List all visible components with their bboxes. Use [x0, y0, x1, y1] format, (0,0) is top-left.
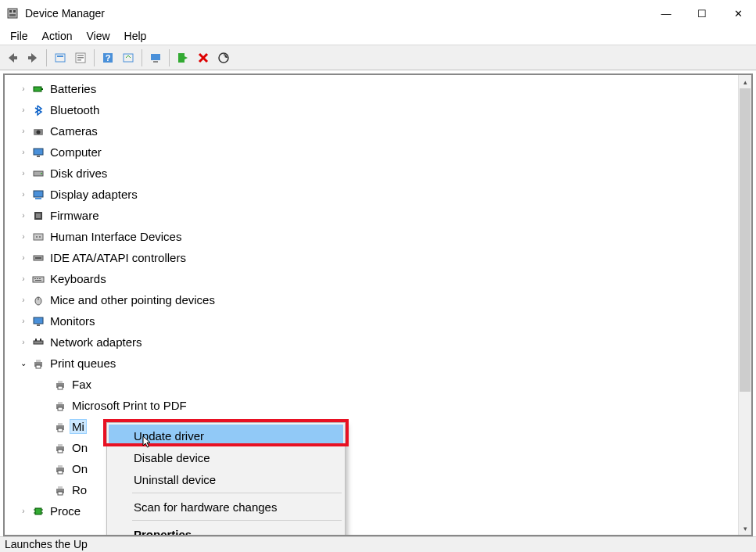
- node-label: Bluetooth: [50, 103, 99, 116]
- help-button[interactable]: ?: [99, 48, 117, 67]
- tree-node-ms-print-pdf[interactable]: Microsoft Print to PDF: [5, 395, 738, 416]
- tree-node-batteries[interactable]: › Batteries: [5, 78, 738, 99]
- close-button[interactable]: ✕: [720, 0, 756, 27]
- svg-rect-57: [58, 428, 63, 432]
- ctx-uninstall-device[interactable]: Uninstall device: [109, 468, 343, 490]
- tree-node-cameras[interactable]: › Cameras: [5, 120, 738, 142]
- svg-text:?: ?: [106, 53, 111, 63]
- node-label: Batteries: [50, 82, 96, 95]
- svg-rect-42: [37, 324, 40, 326]
- tree-node-monitors[interactable]: › Monitors: [5, 310, 738, 332]
- expander-icon[interactable]: ›: [19, 507, 28, 515]
- svg-rect-14: [153, 61, 158, 63]
- tree-node-keyboards[interactable]: › Keyboards: [5, 268, 738, 289]
- expander-icon[interactable]: ›: [19, 106, 28, 114]
- ctx-label: Disable device: [134, 451, 210, 464]
- tree-node-hid[interactable]: › Human Interface Devices: [5, 226, 738, 247]
- tree-node-firmware[interactable]: › Firmware: [5, 205, 738, 226]
- expander-icon[interactable]: ›: [19, 274, 28, 283]
- app-icon: [6, 7, 19, 20]
- expander-icon[interactable]: ›: [19, 190, 28, 199]
- svg-rect-66: [58, 492, 63, 495]
- printer-icon: [53, 399, 67, 413]
- node-label: On: [72, 441, 88, 454]
- scroll-thumb[interactable]: [740, 88, 751, 392]
- expander-icon[interactable]: ›: [19, 317, 28, 325]
- ctx-properties[interactable]: Properties: [109, 523, 343, 535]
- svg-rect-7: [77, 55, 84, 56]
- vertical-scrollbar[interactable]: ▴ ▾: [738, 75, 751, 535]
- node-label: On: [72, 462, 88, 475]
- expander-icon[interactable]: ›: [19, 338, 28, 346]
- scroll-track[interactable]: [739, 88, 751, 522]
- display-adapter-icon: [31, 188, 45, 202]
- toolbar: ?: [0, 45, 756, 70]
- forward-button[interactable]: [23, 48, 42, 67]
- svg-rect-4: [56, 54, 65, 62]
- svg-rect-1: [9, 10, 12, 13]
- expander-icon[interactable]: ›: [19, 253, 28, 262]
- status-text: Launches the Up: [5, 538, 88, 550]
- tree-node-fax[interactable]: Fax: [5, 374, 738, 395]
- ctx-label: Properties: [134, 528, 192, 536]
- expander-icon[interactable]: ›: [19, 148, 28, 156]
- svg-rect-3: [9, 14, 16, 16]
- svg-rect-18: [41, 88, 43, 90]
- menu-help[interactable]: Help: [117, 27, 154, 45]
- device-tree[interactable]: › Batteries › Bluetooth › Cameras ›: [5, 75, 738, 535]
- menu-file[interactable]: File: [3, 27, 35, 45]
- show-hidden-button[interactable]: [51, 48, 70, 67]
- tree-node-bluetooth[interactable]: › Bluetooth: [5, 99, 738, 120]
- update-driver-button[interactable]: [174, 48, 192, 67]
- ctx-label: Update driver: [134, 429, 204, 443]
- svg-rect-34: [33, 277, 44, 282]
- tree-node-mice[interactable]: › Mice and other pointing devices: [5, 289, 738, 310]
- back-button[interactable]: [3, 48, 22, 67]
- expander-icon[interactable]: ›: [19, 169, 28, 177]
- computer-scan-button[interactable]: [146, 48, 165, 67]
- expander-icon[interactable]: ›: [19, 296, 28, 304]
- mouse-icon: [31, 293, 45, 307]
- tree-node-display-adapters[interactable]: › Display adapters: [5, 184, 738, 205]
- ctx-separator: [132, 520, 342, 521]
- expander-icon[interactable]: ›: [19, 127, 28, 135]
- tree-node-ide[interactable]: › IDE ATA/ATAPI controllers: [5, 247, 738, 268]
- expander-icon[interactable]: ›: [19, 84, 28, 93]
- camera-icon: [31, 124, 45, 138]
- menu-action[interactable]: Action: [35, 27, 80, 45]
- printer-icon: [53, 441, 67, 455]
- resources-button[interactable]: [119, 48, 138, 67]
- ctx-separator: [132, 493, 342, 493]
- tree-node-network[interactable]: › Network adapters: [5, 332, 738, 353]
- expander-icon[interactable]: ⌄: [19, 359, 28, 367]
- maximize-button[interactable]: ☐: [684, 0, 720, 27]
- ide-icon: [31, 251, 45, 265]
- svg-rect-44: [35, 339, 37, 341]
- menu-view[interactable]: View: [79, 27, 116, 45]
- minimize-button[interactable]: —: [648, 0, 684, 27]
- svg-rect-15: [178, 53, 185, 63]
- tree-node-disk-drives[interactable]: › Disk drives: [5, 163, 738, 184]
- ctx-update-driver[interactable]: Update driver: [109, 425, 343, 446]
- uninstall-button[interactable]: [194, 48, 213, 67]
- statusbar: Launches the Up: [0, 536, 756, 552]
- ctx-label: Uninstall device: [134, 473, 216, 486]
- ctx-disable-device[interactable]: Disable device: [109, 446, 343, 468]
- node-label: Cameras: [50, 124, 98, 138]
- scroll-up-icon[interactable]: ▴: [739, 75, 751, 88]
- titlebar: Device Manager — ☐ ✕: [0, 0, 756, 27]
- svg-rect-65: [58, 486, 63, 489]
- svg-point-20: [37, 130, 41, 134]
- ctx-scan-hardware[interactable]: Scan for hardware changes: [109, 496, 343, 518]
- svg-rect-48: [36, 365, 41, 368]
- tree-node-computer[interactable]: › Computer: [5, 142, 738, 163]
- properties-button[interactable]: [71, 48, 90, 67]
- scan-hardware-button[interactable]: [214, 48, 233, 67]
- printer-icon: [53, 420, 67, 434]
- expander-icon[interactable]: ›: [19, 211, 28, 220]
- expander-icon[interactable]: ›: [19, 232, 28, 241]
- scroll-down-icon[interactable]: ▾: [739, 522, 751, 535]
- processor-icon: [31, 504, 45, 518]
- tree-node-print-queues[interactable]: ⌄ Print queues: [5, 353, 738, 374]
- node-label: Microsoft Print to PDF: [72, 399, 187, 412]
